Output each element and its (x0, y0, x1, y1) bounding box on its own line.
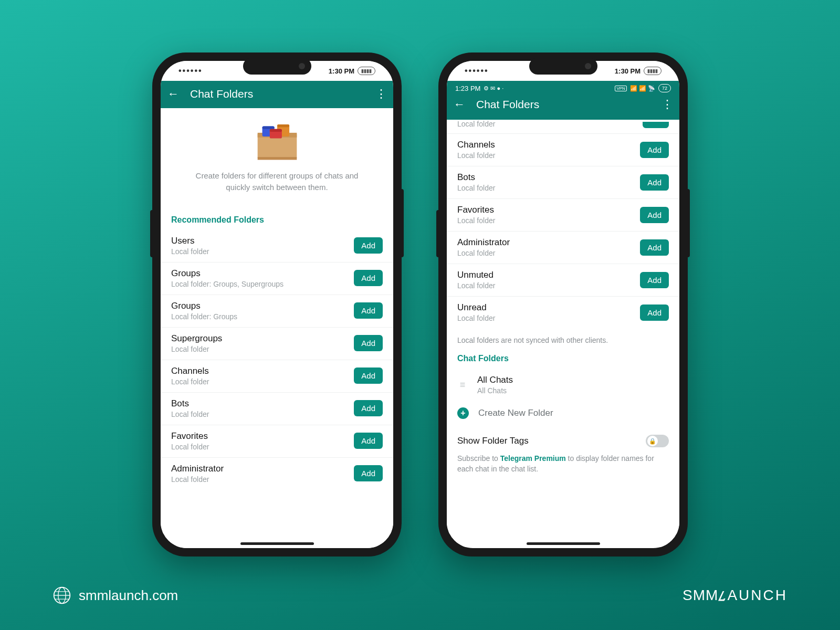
folder-row: Bots Local folder Add (447, 166, 679, 199)
signal-dots: •••••• (178, 66, 203, 76)
signal-icon: 📶 📶 📡 (630, 85, 655, 92)
folder-row: Favorites Local folder Add (447, 199, 679, 232)
brand-smm: SMM (682, 587, 718, 604)
add-button[interactable]: Add (640, 239, 669, 256)
mock-time: 1:30 PM (329, 67, 354, 75)
folder-row: Channels Local folder Add (447, 134, 679, 166)
partial-row-sub: Local folder (457, 120, 495, 128)
all-chats-row[interactable]: ≡ All Chats All Chats (447, 369, 679, 401)
svg-rect-7 (269, 129, 281, 132)
create-new-label: Create New Folder (478, 408, 553, 418)
folder-subtitle: Local folder (171, 475, 224, 484)
folder-title: Groups (171, 268, 284, 279)
folder-subtitle: Local folder (171, 247, 209, 256)
folder-title: Groups (171, 301, 237, 311)
add-button[interactable]: Add (354, 433, 383, 449)
app-bar: ← Chat Folders ⋮ (447, 94, 679, 120)
back-arrow-icon[interactable]: ← (167, 87, 180, 101)
folder-title: Unread (457, 302, 495, 313)
add-button[interactable]: Add (354, 465, 383, 481)
folder-subtitle: Local folder (171, 377, 209, 386)
folder-subtitle: Local folder (457, 184, 495, 192)
folder-title: Channels (171, 366, 209, 376)
back-arrow-icon[interactable]: ← (453, 98, 466, 111)
folder-subtitle: Local folder (171, 410, 209, 418)
folder-row: Channels Local folder Add (161, 360, 393, 393)
all-chats-title: All Chats (477, 375, 513, 385)
folder-row: Administrator Local folder Add (161, 458, 393, 490)
drag-handle-icon[interactable]: ≡ (457, 380, 468, 391)
all-chats-sub: All Chats (477, 386, 513, 395)
add-button[interactable]: Add (354, 400, 383, 416)
folder-title: Supergroups (171, 333, 222, 344)
premium-note: Subscribe to Telegram Premium to display… (447, 450, 679, 481)
add-button[interactable]: Add (640, 304, 669, 321)
partial-add-btn[interactable] (643, 122, 669, 128)
plus-circle-icon[interactable]: + (457, 407, 469, 419)
folder-row: Unmuted Local folder Add (447, 264, 679, 297)
screen-left: •••••• 1:30 PM ▮▮▮▮ ← Chat Folders ⋮ (161, 61, 393, 548)
folder-title: Unmuted (457, 270, 495, 280)
phone-notch (243, 58, 311, 75)
vpn-badge: VPN (615, 86, 626, 91)
create-new-folder-row[interactable]: + Create New Folder (447, 401, 679, 425)
signal-dots: •••••• (465, 66, 489, 76)
add-button[interactable]: Add (640, 272, 669, 288)
battery-icon: ▮▮▮▮ (358, 67, 375, 75)
mock-time: 1:30 PM (615, 67, 640, 75)
brand-launch: AUNCH (727, 587, 788, 604)
footer: smmlaunch.com SMMⳐAUNCH (0, 586, 840, 605)
show-folder-tags-row: Show Folder Tags (447, 425, 679, 450)
add-button[interactable]: Add (640, 174, 669, 191)
recommended-section-title: Recommended Folders (161, 208, 393, 230)
folder-title: Administrator (171, 464, 224, 474)
folder-subtitle: Local folder: Groups (171, 312, 237, 321)
folder-subtitle: Local folder (457, 249, 510, 257)
screen-right: •••••• 1:30 PM ▮▮▮▮ 1:23 PM ⚙ ✉ ● · VPN … (447, 61, 679, 548)
folder-row: Groups Local folder: Groups, Supergroups… (161, 262, 393, 295)
intro-text: Create folders for different groups of c… (182, 170, 372, 203)
folder-subtitle: Local folder: Groups, Supergroups (171, 280, 284, 288)
folder-subtitle: Local folder (457, 281, 495, 290)
home-indicator (527, 542, 600, 545)
sync-hint: Local folders are not synced with other … (447, 329, 679, 346)
folder-title: Favorites (171, 431, 209, 442)
folder-row: Groups Local folder: Groups Add (161, 295, 393, 328)
folder-subtitle: Local folder (171, 443, 209, 451)
battery-pct: 72 (658, 84, 671, 92)
add-button[interactable]: Add (354, 335, 383, 351)
folder-title: Bots (457, 172, 495, 183)
add-button[interactable]: Add (354, 368, 383, 384)
folder-subtitle: Local folder (457, 151, 495, 160)
battery-icon: ▮▮▮▮ (644, 67, 662, 75)
partial-row-top: Local folder (447, 120, 679, 134)
content-scroll[interactable]: Local folder Channels Local folder Add B… (447, 120, 679, 547)
folder-subtitle: Local folder (171, 345, 222, 353)
folder-title: Channels (457, 140, 495, 150)
folder-title: Administrator (457, 237, 510, 248)
locked-toggle-icon[interactable] (646, 435, 669, 447)
footer-url-block: smmlaunch.com (52, 586, 178, 605)
status-icons: ⚙ ✉ ● · (484, 85, 503, 92)
telegram-premium-link[interactable]: Telegram Premium (500, 454, 566, 463)
add-button[interactable]: Add (640, 142, 669, 158)
add-button[interactable]: Add (354, 270, 383, 286)
svg-rect-5 (277, 124, 289, 127)
content-scroll[interactable]: Create folders for different groups of c… (161, 108, 393, 548)
phone-right: •••••• 1:30 PM ▮▮▮▮ 1:23 PM ⚙ ✉ ● · VPN … (438, 52, 688, 556)
svg-rect-8 (257, 157, 297, 160)
globe-icon (52, 586, 71, 605)
add-button[interactable]: Add (354, 302, 383, 319)
folder-row: Unread Local folder Add (447, 297, 679, 329)
home-indicator (240, 542, 314, 545)
kebab-menu-icon[interactable]: ⋮ (375, 87, 387, 101)
folder-row: Favorites Local folder Add (161, 425, 393, 458)
folder-subtitle: Local folder (457, 314, 495, 322)
add-button[interactable]: Add (640, 207, 669, 223)
folder-row: Administrator Local folder Add (447, 232, 679, 264)
add-button[interactable]: Add (354, 237, 383, 254)
kebab-menu-icon[interactable]: ⋮ (662, 98, 673, 111)
folder-row: Supergroups Local folder Add (161, 328, 393, 360)
folder-row: Bots Local folder Add (161, 393, 393, 425)
phone-left: •••••• 1:30 PM ▮▮▮▮ ← Chat Folders ⋮ (152, 52, 402, 556)
